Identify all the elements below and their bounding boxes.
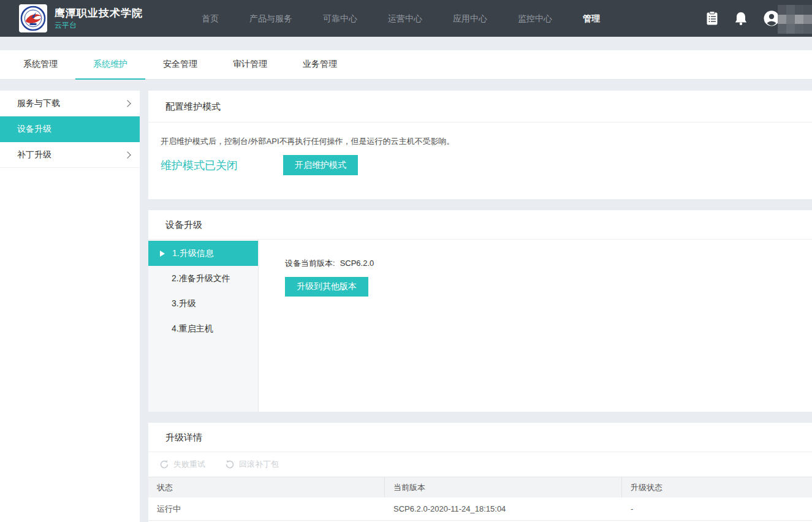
- cell-status: 运行中: [148, 497, 385, 521]
- top-header: 鹰潭职业技术学院 云平台 首页 产品与服务 可靠中心 运营中心 应用中心 监控中…: [0, 0, 812, 37]
- play-icon: [160, 251, 165, 257]
- card-title: 设备升级: [148, 210, 812, 240]
- cell-upgrade-status: -: [622, 497, 812, 521]
- bell-icon[interactable]: [734, 11, 748, 26]
- upgrade-step-content: 设备当前版本:SCP6.2.0 升级到其他版本: [259, 240, 374, 412]
- upgrade-details-toolbar: 失败重试 回滚补丁包: [148, 452, 812, 477]
- school-emblem-icon: [20, 6, 46, 31]
- upgrade-table-header: 状态 当前版本 升级状态: [148, 477, 812, 497]
- nav-item-products[interactable]: 产品与服务: [249, 0, 292, 37]
- tab-audit-management[interactable]: 审计管理: [215, 50, 285, 80]
- chevron-right-icon: [124, 100, 131, 107]
- primary-nav: 首页 产品与服务 可靠中心 运营中心 应用中心 监控中心 管理: [202, 0, 631, 37]
- table-row: 运行中 SCP6.2.0-2020-11-24_18:15:04 -: [148, 497, 812, 521]
- step-label: 4.重启主机: [172, 323, 213, 335]
- upgrade-to-other-version-button[interactable]: 升级到其他版本: [285, 277, 368, 297]
- school-logo: [19, 4, 47, 32]
- tasklist-icon[interactable]: [706, 11, 718, 26]
- rollback-icon: [225, 460, 235, 469]
- retry-icon: [159, 460, 169, 469]
- nav-item-home[interactable]: 首页: [202, 0, 219, 37]
- step-prepare-files[interactable]: 2.准备升级文件: [148, 266, 258, 291]
- sidebar-item-services-downloads[interactable]: 服务与下载: [0, 91, 140, 116]
- step-label: 1.升级信息: [172, 248, 214, 259]
- sidebar-item-label: 补丁升级: [17, 149, 51, 161]
- maintenance-mode-card: 配置维护模式 开启维护模式后，控制台/外部API不再执行任何操作，但是运行的云主…: [148, 91, 812, 199]
- retry-failed-button[interactable]: 失败重试: [159, 459, 205, 470]
- enable-maintenance-button[interactable]: 开启维护模式: [283, 155, 358, 175]
- nav-item-operations[interactable]: 运营中心: [388, 0, 422, 37]
- maintenance-description: 开启维护模式后，控制台/外部API不再执行任何操作，但是运行的云主机不受影响。: [161, 136, 794, 147]
- step-label: 2.准备升级文件: [172, 273, 230, 284]
- step-label: 3.升级: [172, 298, 196, 309]
- tab-security-management[interactable]: 安全管理: [145, 50, 215, 80]
- main-content: 配置维护模式 开启维护模式后，控制台/外部API不再执行任何操作，但是运行的云主…: [148, 91, 812, 522]
- sidebar-item-label: 设备升级: [17, 124, 51, 135]
- current-version-label: 设备当前版本:: [285, 259, 335, 268]
- upgrade-details-card: 升级详情 失败重试 回滚补丁包 状态 当前版本 升级状态: [148, 423, 812, 522]
- nav-item-applications[interactable]: 应用中心: [453, 0, 487, 37]
- school-name: 鹰潭职业技术学院: [55, 7, 143, 20]
- sidebar-item-patch-upgrade[interactable]: 补丁升级: [0, 142, 140, 168]
- col-current-version: 当前版本: [385, 477, 622, 497]
- secondary-tabbar: 系统管理 系统维护 安全管理 审计管理 业务管理: [0, 50, 812, 80]
- maintenance-card-body: 开启维护模式后，控制台/外部API不再执行任何操作，但是运行的云主机不受影响。 …: [148, 123, 812, 175]
- chevron-right-icon: [124, 151, 131, 158]
- col-status: 状态: [148, 477, 385, 497]
- toolbar-label: 失败重试: [173, 459, 205, 470]
- current-version-value: SCP6.2.0: [340, 259, 374, 268]
- nav-item-management[interactable]: 管理: [583, 0, 600, 37]
- toolbar-label: 回滚补丁包: [239, 459, 279, 470]
- col-upgrade-status: 升级状态: [622, 477, 812, 497]
- step-upgrade-info[interactable]: 1.升级信息: [148, 241, 258, 266]
- cell-current-version: SCP6.2.0-2020-11-24_18:15:04: [385, 497, 622, 521]
- card-title: 升级详情: [148, 423, 812, 452]
- left-sidebar: 服务与下载 设备升级 补丁升级: [0, 91, 140, 522]
- step-upgrade[interactable]: 3.升级: [148, 291, 258, 316]
- sidebar-item-device-upgrade[interactable]: 设备升级: [0, 116, 140, 142]
- censored-username: [778, 5, 812, 34]
- rollback-patch-button[interactable]: 回滚补丁包: [225, 459, 279, 470]
- sidebar-item-label: 服务与下载: [17, 98, 60, 109]
- step-restart-host[interactable]: 4.重启主机: [148, 316, 258, 341]
- maintenance-status-text: 维护模式已关闭: [161, 158, 283, 173]
- nav-item-monitoring[interactable]: 监控中心: [518, 0, 552, 37]
- platform-name: 云平台: [55, 20, 143, 30]
- tab-business-management[interactable]: 业务管理: [285, 50, 355, 80]
- upgrade-steps-panel: 1.升级信息 2.准备升级文件 3.升级 4.重启主机: [148, 240, 259, 412]
- brand-block: 鹰潭职业技术学院 云平台: [55, 7, 143, 30]
- tab-system-management[interactable]: 系统管理: [6, 50, 75, 80]
- tab-system-maintenance[interactable]: 系统维护: [75, 50, 145, 80]
- nav-item-reliability[interactable]: 可靠中心: [323, 0, 357, 37]
- card-title: 配置维护模式: [148, 91, 812, 123]
- device-upgrade-card: 设备升级 1.升级信息 2.准备升级文件 3.升级 4.重启主机: [148, 210, 812, 412]
